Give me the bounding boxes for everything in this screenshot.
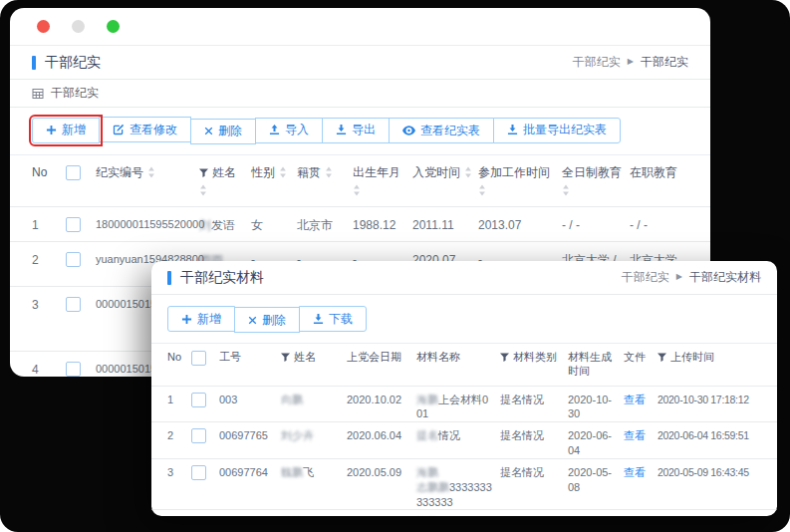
redacted-text: 刘少卉 [281,429,314,441]
column-header-no: No [32,155,66,190]
batch-export-button[interactable]: 批量导出纪实表 [493,118,621,143]
redacted-text: 海鹏 [416,466,438,478]
row-checkbox[interactable] [66,252,81,267]
row-checkbox[interactable] [66,217,81,232]
cell-name: 温鹏飞 [281,510,347,516]
cell-native_place: 北京市 [297,207,353,233]
view-record-table-button[interactable]: 查看纪实表 [389,118,494,143]
column-header-gender[interactable]: 性别 [251,155,297,190]
download-button[interactable]: 下载 [299,306,367,332]
delete-button[interactable]: 删除 [190,119,256,144]
cell-meeting_date: 2020.03.03 [347,510,416,516]
download-icon [507,125,518,135]
edit-icon [113,124,125,135]
breadcrumb: 干部纪实 ▶ 干部纪实材料 [622,269,761,286]
eye-icon [402,126,415,135]
column-header-party_date[interactable]: 入党时间 [412,155,478,190]
cell-upload_time: 2020-10-30 17:18:12 [658,387,761,406]
column-header-work_date[interactable]: 参加工作时间 [478,155,562,206]
page-head: 干部纪实材料 干部纪实 ▶ 干部纪实材料 [151,261,777,295]
button-label: 批量导出纪实表 [523,122,607,138]
add-button[interactable]: 新增 [32,118,100,143]
column-header-record_no[interactable]: 纪实编号 [96,155,199,190]
column-label: 材料类别 [513,351,557,365]
cell-file: 查看 [624,422,658,443]
column-label: 材料名称 [416,351,460,365]
import-button[interactable]: 导入 [255,118,323,143]
column-header-fulltime_edu[interactable]: 全日制教育 [562,155,630,206]
cell-category: 提名情况 [500,387,568,407]
cell-generated_date: 2020-06-04 [568,422,624,458]
column-header-meeting_date: 上党会日期 [347,344,416,372]
view-edit-button[interactable]: 查看修改 [99,117,191,142]
column-label: No [167,351,181,365]
column-header-name[interactable]: 姓名 [199,155,251,206]
view-file-link[interactable]: 查看 [624,429,646,441]
column-header-generated_date: 材料生成时间 [568,344,624,386]
close-icon [248,316,257,325]
column-header-no: No [167,344,191,372]
column-label: No [32,165,47,180]
column-label: 性别 [251,165,275,180]
button-label: 删除 [262,312,286,329]
row-checkbox[interactable] [191,428,206,443]
row-checkbox[interactable] [66,362,81,377]
column-header-category[interactable]: 材料类别 [500,344,568,372]
cell-meeting_date: 2020.05.09 [347,459,416,480]
column-header-birth_date[interactable]: 出生年月 [353,155,412,206]
button-label: 导出 [352,122,376,138]
screenshot-canvas: 干部纪实 干部纪实 ▶ 干部纪实 干部纪实 新增查看修改删除导入导出查看纪实表批… [0,0,790,532]
redacted-text: 魏鹏 [281,466,303,478]
export-button[interactable]: 导出 [322,118,390,143]
redacted-text: 刘 [199,218,211,232]
cell-onjob_edu: - / - [630,207,685,233]
zoom-light[interactable] [107,20,120,33]
row-checkbox[interactable] [191,465,206,480]
cell-cb [191,422,219,447]
sort-carets-icon [562,184,570,196]
row-checkbox[interactable] [66,297,81,312]
column-header-upload_time[interactable]: 上传时间 [658,344,761,372]
cell-file: 查看 [624,387,658,407]
filter-funnel-icon [281,353,290,362]
table-header-row: No纪实编号姓名性别籍贯出生年月入党时间参加工作时间全日制教育在职教育 [10,155,710,207]
column-header-native_place[interactable]: 籍贯 [297,155,353,190]
row-checkbox[interactable] [191,393,206,407]
breadcrumb-separator-icon: ▶ [628,57,634,66]
column-label: 参加工作时间 [478,165,550,180]
cadre-material-table: No工号姓名上党会日期材料名称材料类别材料生成时间文件上传时间1003向鹏202… [151,344,777,516]
select-all-checkbox[interactable] [191,351,206,366]
download-icon [313,314,324,325]
redacted-text: 志鹏鹏 [416,481,449,493]
cell-no: 1 [32,207,66,233]
minimize-light[interactable] [72,20,85,33]
section-title: 干部纪实 [51,85,99,102]
view-file-link[interactable]: 查看 [624,466,646,478]
select-all-checkbox[interactable] [66,165,81,180]
column-header-name[interactable]: 姓名 [281,344,347,372]
cell-name: 魏鹏飞 [281,459,347,480]
delete-button[interactable]: 删除 [234,307,300,333]
close-light[interactable] [37,20,50,33]
cell-file: 查看 [624,459,658,480]
cell-no: 4 [167,510,191,516]
add-button[interactable]: 新增 [167,306,235,332]
cell-material_name: 鹏鹏测试 [416,510,500,516]
button-label: 新增 [197,311,221,328]
cell-category: 提名情况 [500,459,568,480]
cell-no: 3 [32,287,66,313]
table-row: 1180000011595520000刘发语女北京市1988.122011.11… [10,207,710,242]
breadcrumb-item[interactable]: 干部纪实 [622,269,669,286]
cell-work_date: 2013.07 [478,207,562,233]
column-label: 上传时间 [670,351,714,365]
sort-carets-icon [464,166,472,178]
column-label: 全日制教育 [562,165,622,180]
column-header-onjob_edu: 在职教育 [630,155,685,190]
cell-no: 2 [32,242,66,268]
button-label: 下载 [329,311,353,328]
view-file-link[interactable]: 查看 [624,394,646,405]
column-label: 姓名 [294,351,316,365]
page-head: 干部纪实 干部纪实 ▶ 干部纪实 [10,46,710,80]
breadcrumb-item[interactable]: 干部纪实 [573,54,621,71]
column-label: 纪实编号 [96,165,143,180]
